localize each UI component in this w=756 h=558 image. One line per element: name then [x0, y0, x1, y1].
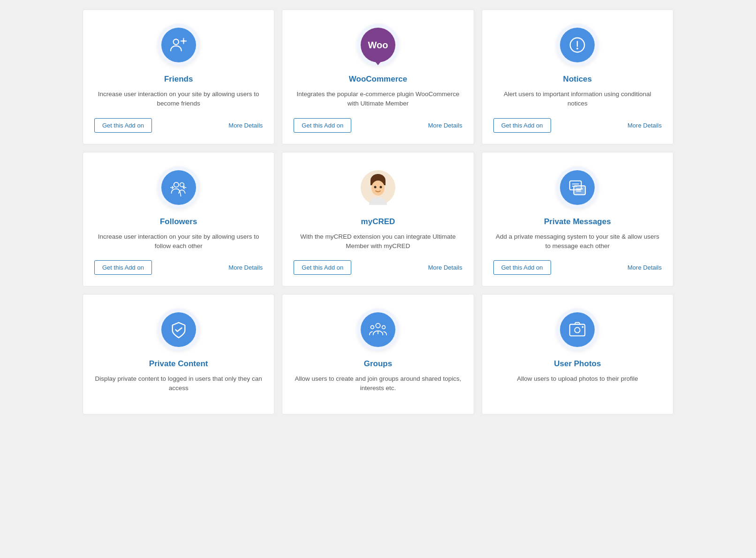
addon-card-private-content: Private Content Display private content … — [83, 294, 274, 415]
private-messages-icon — [560, 170, 595, 205]
friends-icon-wrapper — [158, 24, 200, 66]
svg-point-17 — [374, 186, 376, 188]
mycred-icon-wrapper — [357, 166, 399, 209]
private-messages-actions: Get this Add on More Details — [493, 260, 662, 275]
user-photos-icon — [560, 312, 595, 347]
followers-actions: Get this Add on More Details — [94, 260, 263, 275]
svg-point-9 — [174, 182, 178, 187]
addon-card-private-messages: Private Messages Add a private messaging… — [482, 152, 673, 287]
addon-card-notices: Notices Alert users to important informa… — [482, 9, 673, 144]
groups-icon-wrapper — [357, 309, 399, 351]
followers-title: Followers — [160, 217, 197, 226]
notices-title: Notices — [563, 75, 592, 84]
addon-card-user-photos: User Photos Allow users to upload photos… — [482, 294, 673, 415]
followers-icon-wrapper — [158, 166, 200, 209]
svg-point-31 — [582, 326, 584, 328]
private-content-icon — [161, 312, 196, 347]
woocommerce-title: WooCommerce — [349, 75, 407, 84]
addons-grid: Friends Increase user interaction on you… — [83, 9, 673, 415]
private-messages-title: Private Messages — [544, 217, 611, 226]
followers-get-button[interactable]: Get this Add on — [94, 260, 152, 275]
notices-icon-wrapper — [556, 24, 598, 66]
svg-point-26 — [370, 325, 374, 329]
addon-card-mycred: myCRED With the myCRED extension you can… — [282, 152, 474, 287]
mycred-details-link[interactable]: More Details — [428, 264, 462, 271]
followers-icon — [161, 170, 196, 205]
addon-card-friends: Friends Increase user interaction on you… — [83, 9, 274, 144]
user-photos-icon-wrapper — [556, 309, 598, 351]
svg-point-30 — [575, 327, 580, 332]
addon-card-woocommerce: Woo WooCommerce Integrates the popular e… — [282, 9, 474, 144]
private-content-desc: Display private content to logged in use… — [94, 374, 263, 393]
followers-desc: Increase user interaction on your site b… — [94, 232, 263, 251]
groups-title: Groups — [364, 359, 392, 369]
addon-card-groups: Groups Allow users to create and join gr… — [282, 294, 474, 415]
svg-point-7 — [576, 48, 578, 50]
svg-rect-22 — [574, 186, 586, 195]
user-photos-desc: Allow users to upload photos to their pr… — [517, 374, 638, 393]
private-messages-get-button[interactable]: Get this Add on — [493, 260, 551, 275]
woocommerce-details-link[interactable]: More Details — [428, 122, 462, 129]
svg-point-1 — [182, 40, 185, 42]
mycred-desc: With the myCRED extension you can integr… — [294, 232, 462, 251]
svg-point-16 — [371, 181, 385, 196]
friends-icon — [161, 28, 196, 62]
groups-icon — [361, 312, 395, 347]
private-messages-details-link[interactable]: More Details — [627, 264, 662, 271]
svg-rect-29 — [570, 324, 585, 336]
friends-title: Friends — [164, 75, 193, 84]
private-messages-icon-wrapper — [556, 166, 598, 209]
svg-point-0 — [173, 39, 178, 45]
woocommerce-actions: Get this Add on More Details — [294, 118, 462, 133]
notices-icon — [560, 28, 595, 62]
private-content-title: Private Content — [149, 359, 208, 369]
woocommerce-get-button[interactable]: Get this Add on — [294, 118, 351, 133]
friends-desc: Increase user interaction on your site b… — [94, 90, 263, 109]
svg-point-25 — [376, 324, 380, 328]
notices-details-link[interactable]: More Details — [627, 122, 662, 129]
notices-desc: Alert users to important information usi… — [493, 90, 662, 109]
private-content-icon-wrapper — [158, 309, 200, 351]
woocommerce-desc: Integrates the popular e-commerce plugin… — [294, 90, 462, 109]
mycred-actions: Get this Add on More Details — [294, 260, 462, 275]
notices-get-button[interactable]: Get this Add on — [493, 118, 551, 133]
friends-get-button[interactable]: Get this Add on — [94, 118, 152, 133]
private-messages-desc: Add a private messaging system to your s… — [493, 232, 662, 251]
groups-desc: Allow users to create and join groups ar… — [294, 374, 462, 393]
user-photos-title: User Photos — [554, 359, 601, 369]
mycred-get-button[interactable]: Get this Add on — [294, 260, 351, 275]
followers-details-link[interactable]: More Details — [228, 264, 263, 271]
notices-actions: Get this Add on More Details — [493, 118, 662, 133]
mycred-title: myCRED — [361, 217, 395, 226]
woocommerce-icon-wrapper: Woo — [357, 24, 399, 66]
friends-actions: Get this Add on More Details — [94, 118, 263, 133]
svg-point-27 — [382, 325, 386, 329]
friends-details-link[interactable]: More Details — [228, 122, 263, 129]
addon-card-followers: Followers Increase user interaction on y… — [83, 152, 274, 287]
svg-point-10 — [180, 182, 184, 187]
svg-point-18 — [379, 186, 382, 188]
